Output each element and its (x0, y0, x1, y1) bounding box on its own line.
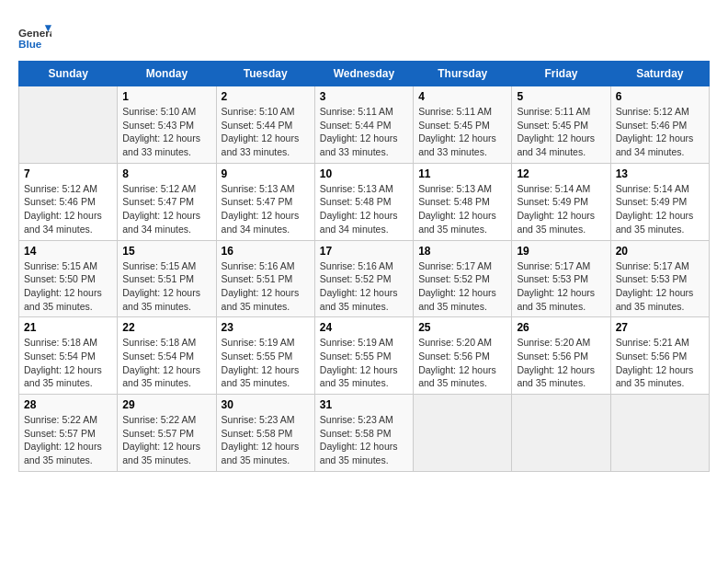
calendar-cell: 11 Sunrise: 5:13 AMSunset: 5:48 PMDaylig… (414, 163, 512, 240)
calendar-cell: 3 Sunrise: 5:11 AMSunset: 5:44 PMDayligh… (314, 86, 413, 164)
day-info: Sunrise: 5:10 AMSunset: 5:43 PMDaylight:… (122, 105, 210, 159)
day-info: Sunrise: 5:15 AMSunset: 5:51 PMDaylight:… (122, 259, 210, 314)
day-info: Sunrise: 5:13 AMSunset: 5:48 PMDaylight:… (320, 182, 408, 236)
page-header: General Blue (18, 18, 710, 52)
calendar-cell (414, 395, 512, 472)
day-number: 10 (320, 167, 408, 180)
day-info: Sunrise: 5:16 AMSunset: 5:52 PMDaylight:… (320, 259, 408, 314)
svg-text:Blue: Blue (18, 38, 42, 50)
day-number: 14 (24, 245, 112, 258)
day-number: 9 (222, 167, 310, 180)
day-info: Sunrise: 5:20 AMSunset: 5:56 PMDaylight:… (517, 336, 605, 390)
calendar-body: 1 Sunrise: 5:10 AMSunset: 5:43 PMDayligh… (19, 86, 710, 472)
calendar-cell: 31 Sunrise: 5:23 AMSunset: 5:58 PMDaylig… (314, 395, 413, 472)
day-number: 2 (222, 90, 310, 103)
calendar-week-row: 7 Sunrise: 5:12 AMSunset: 5:46 PMDayligh… (19, 163, 710, 240)
day-info: Sunrise: 5:13 AMSunset: 5:48 PMDaylight:… (418, 182, 506, 236)
calendar-cell: 21 Sunrise: 5:18 AMSunset: 5:54 PMDaylig… (19, 317, 118, 395)
calendar-week-row: 21 Sunrise: 5:18 AMSunset: 5:54 PMDaylig… (19, 317, 710, 395)
calendar-cell: 20 Sunrise: 5:17 AMSunset: 5:53 PMDaylig… (610, 240, 709, 317)
calendar-cell: 7 Sunrise: 5:12 AMSunset: 5:46 PMDayligh… (19, 163, 118, 240)
day-number: 4 (418, 90, 506, 103)
day-number: 11 (418, 167, 506, 180)
day-number: 24 (320, 321, 408, 334)
day-number: 17 (320, 245, 408, 258)
day-info: Sunrise: 5:15 AMSunset: 5:50 PMDaylight:… (24, 259, 112, 314)
calendar-weekday-thursday: Thursday (414, 62, 512, 86)
calendar-weekday-sunday: Sunday (19, 62, 118, 86)
day-number: 30 (222, 398, 310, 411)
calendar-week-row: 1 Sunrise: 5:10 AMSunset: 5:43 PMDayligh… (19, 86, 710, 164)
calendar-week-row: 28 Sunrise: 5:22 AMSunset: 5:57 PMDaylig… (19, 395, 710, 472)
calendar-cell: 10 Sunrise: 5:13 AMSunset: 5:48 PMDaylig… (314, 163, 413, 240)
calendar-cell: 16 Sunrise: 5:16 AMSunset: 5:51 PMDaylig… (216, 240, 314, 317)
day-info: Sunrise: 5:23 AMSunset: 5:58 PMDaylight:… (320, 413, 408, 467)
day-number: 3 (320, 90, 408, 103)
day-number: 19 (517, 245, 605, 258)
day-info: Sunrise: 5:17 AMSunset: 5:52 PMDaylight:… (418, 259, 506, 314)
day-number: 22 (122, 321, 210, 334)
day-number: 23 (222, 321, 310, 334)
calendar-cell: 2 Sunrise: 5:10 AMSunset: 5:44 PMDayligh… (216, 86, 314, 164)
day-info: Sunrise: 5:14 AMSunset: 5:49 PMDaylight:… (517, 182, 605, 236)
calendar-cell: 6 Sunrise: 5:12 AMSunset: 5:46 PMDayligh… (610, 86, 709, 164)
calendar-weekday-saturday: Saturday (610, 62, 709, 86)
calendar-cell: 24 Sunrise: 5:19 AMSunset: 5:55 PMDaylig… (314, 317, 413, 395)
day-info: Sunrise: 5:10 AMSunset: 5:44 PMDaylight:… (222, 105, 310, 159)
day-number: 27 (616, 321, 704, 334)
calendar-cell (19, 86, 118, 164)
calendar-cell: 4 Sunrise: 5:11 AMSunset: 5:45 PMDayligh… (414, 86, 512, 164)
day-info: Sunrise: 5:17 AMSunset: 5:53 PMDaylight:… (616, 259, 704, 314)
calendar-cell: 30 Sunrise: 5:23 AMSunset: 5:58 PMDaylig… (216, 395, 314, 472)
day-info: Sunrise: 5:13 AMSunset: 5:47 PMDaylight:… (222, 182, 310, 236)
day-info: Sunrise: 5:12 AMSunset: 5:46 PMDaylight:… (616, 105, 704, 159)
calendar-weekday-wednesday: Wednesday (314, 62, 413, 86)
calendar-cell: 19 Sunrise: 5:17 AMSunset: 5:53 PMDaylig… (512, 240, 610, 317)
calendar-cell: 18 Sunrise: 5:17 AMSunset: 5:52 PMDaylig… (414, 240, 512, 317)
day-info: Sunrise: 5:23 AMSunset: 5:58 PMDaylight:… (222, 413, 310, 467)
day-info: Sunrise: 5:12 AMSunset: 5:46 PMDaylight:… (24, 182, 112, 236)
day-number: 21 (24, 321, 112, 334)
day-number: 13 (616, 167, 704, 180)
day-info: Sunrise: 5:17 AMSunset: 5:53 PMDaylight:… (517, 259, 605, 314)
day-info: Sunrise: 5:19 AMSunset: 5:55 PMDaylight:… (222, 336, 310, 390)
calendar-table: SundayMondayTuesdayWednesdayThursdayFrid… (18, 61, 710, 472)
day-number: 15 (122, 245, 210, 258)
calendar-cell: 23 Sunrise: 5:19 AMSunset: 5:55 PMDaylig… (216, 317, 314, 395)
calendar-cell: 13 Sunrise: 5:14 AMSunset: 5:49 PMDaylig… (610, 163, 709, 240)
logo-icon: General Blue (18, 18, 51, 52)
day-number: 25 (418, 321, 506, 334)
day-number: 18 (418, 245, 506, 258)
day-info: Sunrise: 5:20 AMSunset: 5:56 PMDaylight:… (418, 336, 506, 390)
calendar-cell: 22 Sunrise: 5:18 AMSunset: 5:54 PMDaylig… (118, 317, 216, 395)
day-number: 8 (122, 167, 210, 180)
logo: General Blue (18, 18, 57, 52)
calendar-cell: 26 Sunrise: 5:20 AMSunset: 5:56 PMDaylig… (512, 317, 610, 395)
day-info: Sunrise: 5:22 AMSunset: 5:57 PMDaylight:… (122, 413, 210, 467)
calendar-week-row: 14 Sunrise: 5:15 AMSunset: 5:50 PMDaylig… (19, 240, 710, 317)
day-number: 12 (517, 167, 605, 180)
calendar-cell: 14 Sunrise: 5:15 AMSunset: 5:50 PMDaylig… (19, 240, 118, 317)
day-info: Sunrise: 5:12 AMSunset: 5:47 PMDaylight:… (122, 182, 210, 236)
day-number: 5 (517, 90, 605, 103)
calendar-weekday-friday: Friday (512, 62, 610, 86)
day-number: 16 (222, 245, 310, 258)
day-info: Sunrise: 5:19 AMSunset: 5:55 PMDaylight:… (320, 336, 408, 390)
calendar-cell: 17 Sunrise: 5:16 AMSunset: 5:52 PMDaylig… (314, 240, 413, 317)
day-number: 1 (122, 90, 210, 103)
day-number: 20 (616, 245, 704, 258)
calendar-weekday-tuesday: Tuesday (216, 62, 314, 86)
day-info: Sunrise: 5:14 AMSunset: 5:49 PMDaylight:… (616, 182, 704, 236)
calendar-cell: 9 Sunrise: 5:13 AMSunset: 5:47 PMDayligh… (216, 163, 314, 240)
day-info: Sunrise: 5:11 AMSunset: 5:45 PMDaylight:… (418, 105, 506, 159)
calendar-cell: 15 Sunrise: 5:15 AMSunset: 5:51 PMDaylig… (118, 240, 216, 317)
calendar-cell: 12 Sunrise: 5:14 AMSunset: 5:49 PMDaylig… (512, 163, 610, 240)
calendar-cell: 28 Sunrise: 5:22 AMSunset: 5:57 PMDaylig… (19, 395, 118, 472)
calendar-cell: 1 Sunrise: 5:10 AMSunset: 5:43 PMDayligh… (118, 86, 216, 164)
calendar-cell: 8 Sunrise: 5:12 AMSunset: 5:47 PMDayligh… (118, 163, 216, 240)
day-info: Sunrise: 5:16 AMSunset: 5:51 PMDaylight:… (222, 259, 310, 314)
day-info: Sunrise: 5:18 AMSunset: 5:54 PMDaylight:… (24, 336, 112, 390)
day-info: Sunrise: 5:21 AMSunset: 5:56 PMDaylight:… (616, 336, 704, 390)
day-info: Sunrise: 5:11 AMSunset: 5:44 PMDaylight:… (320, 105, 408, 159)
day-number: 31 (320, 398, 408, 411)
